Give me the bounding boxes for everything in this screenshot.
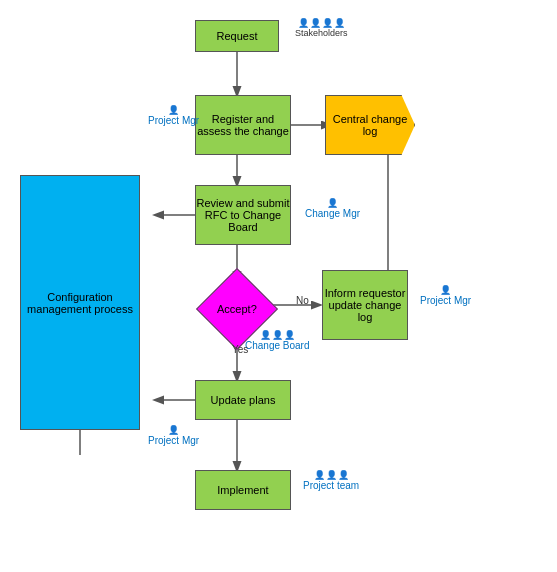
review-node: Review and submit RFC to Change Board (195, 185, 291, 245)
change-board-icons: 👤 👤 👤 (260, 330, 295, 340)
person-icon-3: 👤 (440, 285, 451, 295)
person-icon: 👤 (314, 470, 325, 480)
change-mgr-group: 👤 Change Mgr (305, 198, 360, 219)
project-mgr-1-group: 👤 Project Mgr (148, 105, 199, 126)
person-icon: 👤 (326, 470, 337, 480)
person-icon-1: 👤 (168, 105, 179, 115)
yes-label: Yes (232, 344, 248, 355)
no-label: No (296, 295, 309, 306)
inform-node: Inform requestor update change log (322, 270, 408, 340)
person-icon: 👤 (310, 18, 321, 28)
update-plans-node: Update plans (195, 380, 291, 420)
stakeholders-group: 👤 👤 👤 👤 Stakeholders (295, 18, 348, 38)
stakeholders-icons: 👤 👤 👤 👤 (298, 18, 345, 28)
diagram: Request 👤 👤 👤 👤 Stakeholders Register an… (0, 0, 557, 572)
config-node: Configuration management process (20, 175, 140, 430)
central-change-node: Central change log (325, 95, 415, 155)
project-team-icons: 👤 👤 👤 (314, 470, 349, 480)
implement-node: Implement (195, 470, 291, 510)
person-icon-4: 👤 (168, 425, 179, 435)
change-board-group: 👤 👤 👤 Change Board (245, 330, 310, 351)
project-team-group: 👤 👤 👤 Project team (303, 470, 359, 491)
project-mgr-2-group: 👤 Project Mgr (420, 285, 471, 306)
register-node: Register and assess the change (195, 95, 291, 155)
person-icon-2: 👤 (327, 198, 338, 208)
person-icon: 👤 (298, 18, 309, 28)
person-icon: 👤 (284, 330, 295, 340)
person-icon: 👤 (338, 470, 349, 480)
person-icon: 👤 (272, 330, 283, 340)
person-icon: 👤 (334, 18, 345, 28)
project-mgr-3-group: 👤 Project Mgr (148, 425, 199, 446)
person-icon: 👤 (260, 330, 271, 340)
request-node: Request (195, 20, 279, 52)
person-icon: 👤 (322, 18, 333, 28)
